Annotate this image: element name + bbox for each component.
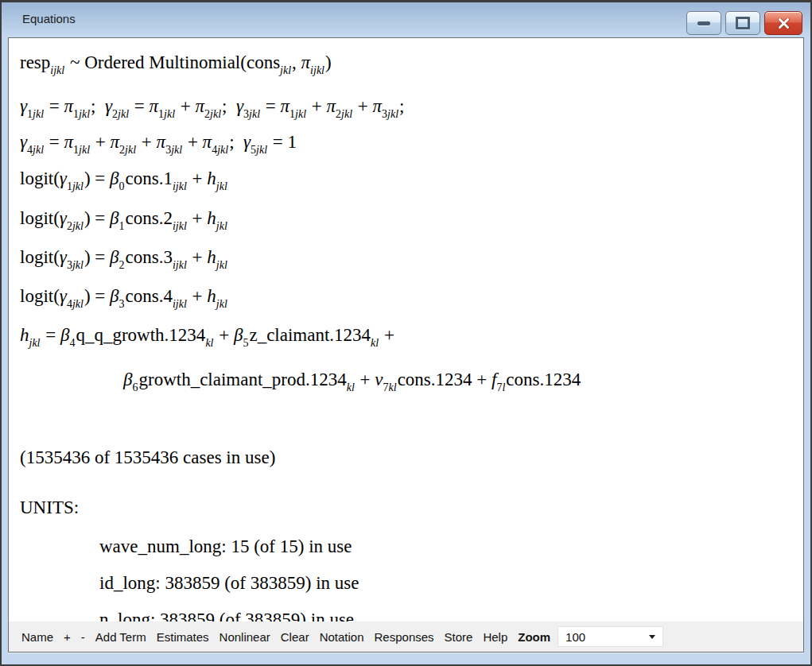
equation-line[interactable]: γ1jkl = π1jkl; γ2jkl = π1jkl + π2jkl; γ3… [20,95,798,121]
close-button[interactable] [764,11,802,35]
equation-line[interactable]: logit(γ3jkl) = β2cons.3ijkl + hjkl [20,246,798,272]
window-inner: respijkl ~ Ordered Multinomial(consjkl, … [8,37,804,652]
zoom-select[interactable]: 100 [558,626,663,647]
toolbar-button-help[interactable]: Help [483,630,507,644]
equation-line[interactable]: hjkl = β4q_q_growth.1234kl + β5z_claiman… [20,323,798,350]
minimize-button[interactable] [686,11,721,35]
window-frame: respijkl ~ Ordered Multinomial(consjkl, … [2,37,810,664]
unit-line: n_long: 383859 (of 383859) in use [99,608,798,621]
equations-window: Equations respijkl ~ Ordered Multinomial… [0,0,812,666]
toolbar-button-responses[interactable]: Responses [375,630,434,644]
equation-line[interactable]: logit(γ4jkl) = β3cons.4ijkl + hjkl [20,285,798,311]
equations-pane: respijkl ~ Ordered Multinomial(consjkl, … [9,38,803,621]
equation-line[interactable]: β6growth_claimant_prod.1234kl + v7klcons… [123,368,798,394]
equation-line[interactable]: logit(γ2jkl) = β1cons.2ijkl + hjkl [20,207,798,233]
toolbar-button-notation[interactable]: Notation [320,630,364,644]
window-controls [686,11,802,35]
toolbar-button-estimates[interactable]: Estimates [157,630,209,644]
zoom-label: Zoom [518,630,550,644]
toolbar-button-store[interactable]: Store [445,630,473,644]
equation-line[interactable]: respijkl ~ Ordered Multinomial(consjkl, … [20,51,798,77]
bottom-toolbar: Name+-Add TermEstimatesNonlinearClearNot… [9,621,803,652]
toolbar-buttons: Name+-Add TermEstimatesNonlinearClearNot… [21,630,518,644]
title-bar[interactable]: Equations [2,2,810,37]
chevron-down-icon [649,635,655,639]
toolbar-button-minus[interactable]: - [81,630,85,644]
toolbar-button-plus[interactable]: + [64,630,71,644]
cases-in-use-line: (1535436 of 1535436 cases in use) [20,446,798,470]
unit-line: wave_num_long: 15 (of 15) in use [99,535,798,559]
units-list: wave_num_long: 15 (of 15) in useid_long:… [20,535,798,621]
toolbar-button-add-term[interactable]: Add Term [95,630,146,644]
close-icon [778,18,790,29]
equation-line[interactable]: logit(γ1jkl) = β0cons.1ijkl + hjkl [20,167,798,193]
window-title: Equations [22,12,76,25]
toolbar-button-nonlinear[interactable]: Nonlinear [220,630,270,644]
equation-line[interactable]: γ4jkl = π1jkl + π2jkl + π3jkl + π4jkl; γ… [20,130,798,157]
toolbar-button-name[interactable]: Name [21,630,53,644]
maximize-button[interactable] [725,11,760,35]
units-heading: UNITS: [20,496,798,520]
toolbar-button-clear[interactable]: Clear [281,630,309,644]
zoom-value: 100 [565,630,649,644]
unit-line: id_long: 383859 (of 383859) in use [99,571,798,595]
equations-list: respijkl ~ Ordered Multinomial(consjkl, … [20,51,798,394]
minimize-icon [697,21,710,25]
restore-icon [736,17,750,29]
